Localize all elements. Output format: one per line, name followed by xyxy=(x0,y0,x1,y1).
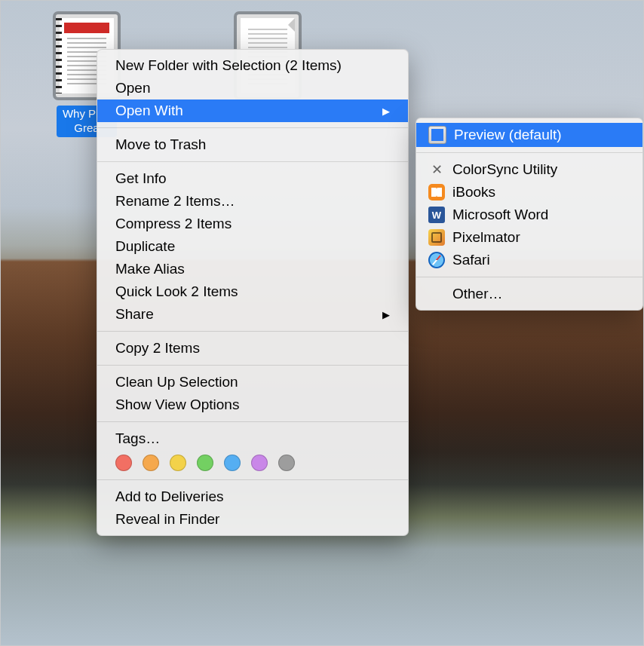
ibooks-icon xyxy=(428,184,445,201)
submenu-arrow-icon: ▶ xyxy=(382,106,390,117)
menu-item-label: Move to Trash xyxy=(115,136,206,153)
menu-item-label: Copy 2 Items xyxy=(115,340,200,357)
menu-item-reveal_finder[interactable]: Reveal in Finder xyxy=(97,508,408,531)
menu-item-label: Get Info xyxy=(115,170,167,187)
menu-item-label: Make Alias xyxy=(115,261,185,277)
menu-item-quick_look[interactable]: Quick Look 2 Items xyxy=(97,280,408,303)
menu-item-make_alias[interactable]: Make Alias xyxy=(97,258,408,280)
menu-item-label: New Folder with Selection (2 Items) xyxy=(115,57,342,74)
menu-item-label: Open With xyxy=(115,103,183,119)
submenu-item-label: Pixelmator xyxy=(452,229,520,246)
menu-item-label: Rename 2 Items… xyxy=(115,193,235,210)
menu-item-label: Quick Look 2 Items xyxy=(115,283,238,300)
submenu-item-preview[interactable]: Preview (default) xyxy=(416,123,642,147)
submenu-item-pixelmator[interactable]: Pixelmator xyxy=(416,226,642,249)
menu-item-duplicate[interactable]: Duplicate xyxy=(97,235,408,258)
menu-item-label: Open xyxy=(115,80,150,96)
menu-item-label: Show View Options xyxy=(115,396,239,413)
menu-item-move_to_trash[interactable]: Move to Trash xyxy=(97,133,408,156)
submenu-item-label: Other… xyxy=(452,286,503,302)
menu-separator xyxy=(97,479,408,480)
menu-item-open_with[interactable]: Open With▶ xyxy=(97,100,408,122)
tag-dot[interactable] xyxy=(224,455,241,471)
menu-item-rename[interactable]: Rename 2 Items… xyxy=(97,190,408,213)
tag-dot[interactable] xyxy=(143,455,159,471)
submenu-item-label: Safari xyxy=(452,252,490,268)
menu-item-copy[interactable]: Copy 2 Items xyxy=(97,337,408,360)
menu-separator xyxy=(97,331,408,332)
open-with-submenu[interactable]: Preview (default)ColorSync UtilityiBooks… xyxy=(416,118,643,311)
pixelmator-icon xyxy=(428,229,445,246)
menu-item-label: Compress 2 Items xyxy=(115,216,232,232)
tag-dot[interactable] xyxy=(197,455,213,471)
submenu-item-word[interactable]: WMicrosoft Word xyxy=(416,204,642,226)
menu-item-share[interactable]: Share▶ xyxy=(97,303,408,326)
desktop-background: Why PDF Grea New Folder with Selection (… xyxy=(0,0,644,646)
menu-item-tags[interactable]: Tags… xyxy=(97,427,408,450)
menu-item-open[interactable]: Open xyxy=(97,77,408,100)
menu-item-get_info[interactable]: Get Info xyxy=(97,167,408,190)
tag-dot[interactable] xyxy=(115,455,132,471)
colorsync-icon xyxy=(428,161,445,178)
word-icon: W xyxy=(428,207,445,223)
menu-separator xyxy=(97,365,408,366)
menu-item-label: Add to Deliveries xyxy=(115,488,224,505)
menu-separator xyxy=(416,277,642,277)
tag-dot[interactable] xyxy=(251,455,268,471)
submenu-item-other[interactable]: Other… xyxy=(416,283,642,305)
preview-icon xyxy=(428,126,446,144)
tag-dot[interactable] xyxy=(170,455,186,471)
menu-separator xyxy=(416,152,642,153)
submenu-item-safari[interactable]: Safari xyxy=(416,249,642,271)
menu-item-label: Clean Up Selection xyxy=(115,374,238,390)
menu-separator xyxy=(97,421,408,422)
submenu-item-label: ColorSync Utility xyxy=(452,161,557,178)
submenu-item-label: Microsoft Word xyxy=(452,207,548,223)
menu-separator xyxy=(97,161,408,162)
tag-dot[interactable] xyxy=(278,455,295,471)
menu-item-label: Share xyxy=(115,306,154,323)
menu-item-view_options[interactable]: Show View Options xyxy=(97,393,408,416)
menu-item-add_deliveries[interactable]: Add to Deliveries xyxy=(97,485,408,508)
menu-item-new_folder_sel[interactable]: New Folder with Selection (2 Items) xyxy=(97,54,408,77)
menu-item-label: Duplicate xyxy=(115,238,175,255)
safari-icon xyxy=(428,252,445,268)
menu-separator xyxy=(97,127,408,128)
submenu-item-colorsync[interactable]: ColorSync Utility xyxy=(416,158,642,181)
context-menu[interactable]: New Folder with Selection (2 Items)OpenO… xyxy=(97,49,409,536)
menu-item-label: Tags… xyxy=(115,430,160,447)
submenu-arrow-icon: ▶ xyxy=(382,309,390,320)
menu-item-label: Reveal in Finder xyxy=(115,511,219,528)
tags-row xyxy=(97,450,408,474)
menu-item-compress[interactable]: Compress 2 Items xyxy=(97,213,408,235)
submenu-item-label: iBooks xyxy=(452,184,495,201)
submenu-item-ibooks[interactable]: iBooks xyxy=(416,181,642,204)
submenu-item-label: Preview (default) xyxy=(454,127,562,143)
menu-item-clean_up[interactable]: Clean Up Selection xyxy=(97,371,408,393)
